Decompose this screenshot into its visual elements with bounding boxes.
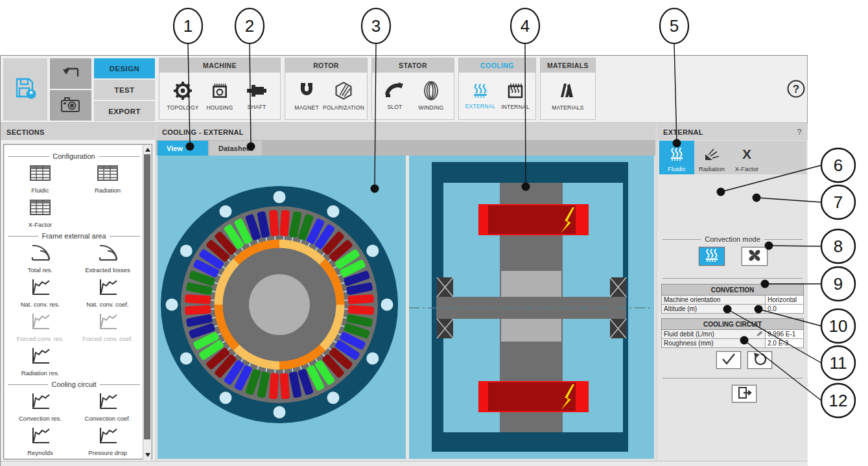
toolbar-item-external[interactable]: EXTERNAL xyxy=(463,82,498,110)
section-group-items: Total res.Extracted lossesNat. conv. res… xyxy=(6,242,141,377)
apply-button[interactable] xyxy=(716,351,741,369)
section-item-radiation-res-[interactable]: Radiation res. xyxy=(6,345,74,377)
forced-convection-button[interactable] xyxy=(742,247,768,266)
scrollbar-thumb[interactable] xyxy=(144,154,150,439)
frame-bolt-hole xyxy=(381,299,393,311)
test-button[interactable]: TEST xyxy=(94,80,155,100)
export-results-button[interactable] xyxy=(732,385,757,402)
section-item-radiation[interactable]: Radiation xyxy=(74,163,141,194)
export-icon xyxy=(736,386,753,402)
polarization-icon xyxy=(333,81,354,103)
section-item-extracted-losses[interactable]: Extracted losses xyxy=(74,242,141,274)
internal-cooling-icon xyxy=(505,82,526,102)
export-button[interactable]: EXPORT xyxy=(94,101,155,121)
curve-icon xyxy=(95,277,121,300)
row-label-text: Fluid debit (L/mn) xyxy=(664,331,714,338)
help-button[interactable]: ? xyxy=(786,80,806,100)
section-item-label: X-Factor xyxy=(29,221,52,228)
callout-number-8: 8 xyxy=(834,237,843,256)
toolbar-item-label: INTERNAL xyxy=(501,104,530,110)
section-item-nat-conv-res-[interactable]: Nat. conv. res. xyxy=(6,277,74,308)
table-icon xyxy=(27,163,53,186)
section-item-total-res-[interactable]: Total res. xyxy=(6,242,74,274)
toolbar-group-header: ROTOR xyxy=(285,58,367,73)
row-value: Horizontal xyxy=(766,296,804,305)
toolbar-item-magnet[interactable]: MAGNET xyxy=(289,81,324,111)
curve-icon xyxy=(27,345,53,369)
panel-tab-x-factor[interactable]: XX-Factor xyxy=(729,141,764,174)
toolbar-group-rotor: ROTORMAGNETPOLARIZATION xyxy=(285,58,368,120)
section-item-x-factor[interactable]: X-Factor xyxy=(6,197,74,228)
toolbar-item-label: POLARIZATION xyxy=(323,104,364,111)
toolbar-group-machine: MACHINETOPOLOGYHOUSINGSHAFT xyxy=(159,58,281,120)
toolbar-item-slot[interactable]: SLOT xyxy=(377,82,412,110)
callout-number-2: 2 xyxy=(245,16,254,36)
design-button[interactable]: DESIGN xyxy=(94,58,155,78)
panel-tab-fluidic[interactable]: Fluidic xyxy=(659,141,694,174)
arc-icon xyxy=(27,242,53,266)
frame-bolt-hole xyxy=(166,299,178,311)
tab-view[interactable]: View xyxy=(158,141,208,156)
tab-datasheet[interactable]: Datasheet xyxy=(209,141,262,156)
scroll-down-icon[interactable] xyxy=(145,453,150,457)
toolbar-group-items: SLOTWINDING xyxy=(372,73,454,119)
curve-icon xyxy=(27,391,53,414)
sections-panel-title: SECTIONS xyxy=(1,124,155,140)
scroll-up-icon[interactable] xyxy=(145,148,150,152)
external-panel-title-text: EXTERNAL xyxy=(663,128,703,136)
row-value[interactable]: 0.0 xyxy=(766,305,804,314)
section-group-title: Cooling circuit xyxy=(8,380,140,388)
toolbar-group-items: MATERIALS xyxy=(541,73,595,119)
screenshot-button[interactable] xyxy=(50,90,91,121)
toolbar-item-topology[interactable]: TOPOLOGY xyxy=(165,81,200,111)
toolbar-item-internal[interactable]: INTERNAL xyxy=(498,82,533,110)
frame-bolt-hole xyxy=(366,245,379,257)
section-item-label: Total res. xyxy=(28,266,53,274)
row-label: Roughness (mm) xyxy=(662,339,766,348)
toolbar-group-header: STATOR xyxy=(372,58,454,73)
arc-icon xyxy=(95,242,121,266)
section-item-nat-conv-coef-[interactable]: Nat. conv. coef. xyxy=(74,277,141,308)
stator-slot-winding xyxy=(269,373,279,399)
view-canvas[interactable] xyxy=(156,156,655,461)
toolbar-groups: MACHINETOPOLOGYHOUSINGSHAFTROTORMAGNETPO… xyxy=(159,58,596,121)
frame-bolt-hole xyxy=(220,391,232,404)
camera-icon xyxy=(59,95,82,117)
callout-number-3: 3 xyxy=(371,16,381,36)
callout-circle-7 xyxy=(821,185,855,219)
frame-bolt-hole xyxy=(327,391,340,404)
callout-circle-11 xyxy=(821,346,855,380)
sections-list-box: ConfigurationFluidicRadiationX-FactorFra… xyxy=(3,144,152,460)
row-label-wrap: Roughness (mm) xyxy=(664,340,763,347)
save-button[interactable]: * xyxy=(3,58,47,121)
natural-convection-button[interactable] xyxy=(699,247,725,266)
toolbar-item-winding[interactable]: WINDING xyxy=(414,81,449,111)
panel-tab-radiation[interactable]: Radiation xyxy=(694,141,729,174)
magnet-icon xyxy=(296,81,317,103)
winding-body xyxy=(488,205,576,234)
edit-icon xyxy=(756,331,763,338)
section-item-fluidic[interactable]: Fluidic xyxy=(6,163,74,194)
section-item-reynolds[interactable]: Reynolds xyxy=(6,425,74,456)
toolbar-item-shaft[interactable]: SHAFT xyxy=(239,82,274,110)
row-label-wrap: Fluid debit (L/mn) xyxy=(664,331,763,338)
sections-panel: SECTIONS ConfigurationFluidicRadiationX-… xyxy=(1,124,155,466)
section-item-convection-res-[interactable]: Convection res. xyxy=(6,391,74,422)
scrollbar[interactable] xyxy=(143,145,151,460)
toolbar-item-polarization[interactable]: POLARIZATION xyxy=(324,81,363,111)
section-item-pressure-drop[interactable]: Pressure drop xyxy=(74,425,141,456)
reset-button[interactable] xyxy=(747,351,772,369)
section-item-label: Convection coef. xyxy=(85,415,131,422)
axial-cross-section-view[interactable] xyxy=(409,156,654,459)
row-label-text: Altitude (m) xyxy=(664,305,697,312)
frame-bolt-hole xyxy=(327,205,340,218)
section-item-convection-coef-[interactable]: Convection coef. xyxy=(74,391,141,422)
panel-help-button[interactable]: ? xyxy=(797,127,802,137)
main-tabs: ViewDatasheet xyxy=(156,140,655,156)
undo-button[interactable] xyxy=(50,58,91,89)
radial-cross-section-view[interactable] xyxy=(158,156,406,459)
toolbar-item-materials[interactable]: MATERIALS xyxy=(550,81,585,111)
toolbar-item-housing[interactable]: HOUSING xyxy=(202,81,237,111)
row-value[interactable]: 9.996 E-1 xyxy=(766,330,804,339)
section-group-items: Convection res.Convection coef.ReynoldsP… xyxy=(6,391,141,456)
